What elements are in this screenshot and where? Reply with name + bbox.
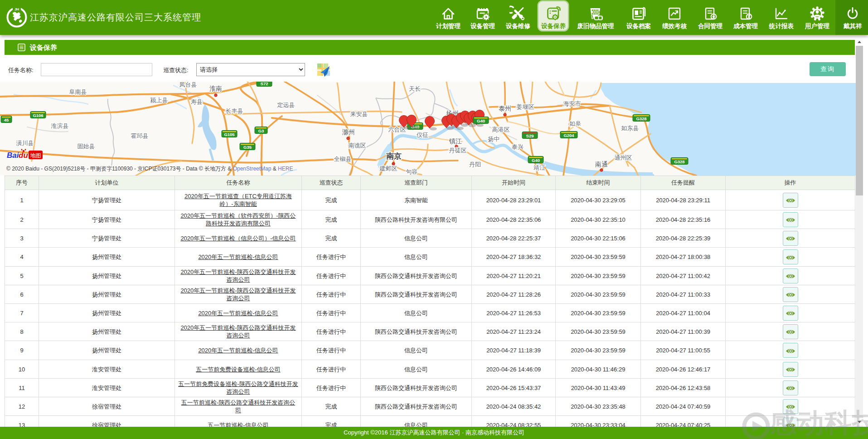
svg-text:固始县: 固始县: [78, 143, 95, 150]
svg-text:泰州: 泰州: [499, 105, 511, 112]
svg-text:G35: G35: [243, 145, 252, 150]
svg-text:镇江: 镇江: [449, 137, 462, 145]
svg-text:如皋: 如皋: [569, 120, 581, 127]
svg-text:淮滨县: 淮滨县: [51, 122, 69, 129]
svg-text:© 2020 Baidu - GS(2019)5218号 -: © 2020 Baidu - GS(2019)5218号 - 甲测资字11009…: [6, 166, 293, 172]
svg-text:丹徒区: 丹徒区: [449, 147, 467, 154]
svg-text:滁州: 滁州: [342, 128, 355, 136]
svg-text:45: 45: [4, 117, 9, 122]
svg-text:通州区: 通州区: [615, 154, 632, 161]
svg-text:G106: G106: [33, 113, 43, 118]
svg-text:S72: S72: [261, 82, 268, 86]
svg-text:如东县: 如东县: [621, 125, 639, 132]
svg-text:来安县: 来安县: [350, 111, 368, 117]
svg-text:Bai: Bai: [7, 151, 19, 160]
svg-text:淮南: 淮南: [209, 85, 222, 92]
svg-text:句容: 句容: [406, 168, 417, 175]
svg-text:潢川县: 潢川县: [16, 140, 34, 146]
svg-text:六合区: 六合区: [388, 126, 406, 133]
svg-text:JH: JH: [15, 7, 19, 11]
svg-text:G105: G105: [224, 132, 235, 137]
svg-text:高港区: 高港区: [492, 126, 510, 133]
svg-text:南通: 南通: [595, 161, 608, 168]
svg-text:建邺区: 建邺区: [379, 165, 398, 172]
svg-text:G328: G328: [636, 116, 646, 121]
svg-text:定远县: 定远县: [277, 102, 295, 108]
svg-text:du: du: [19, 151, 28, 160]
svg-text:全椒县: 全椒县: [334, 156, 352, 162]
svg-text:扬中: 扬中: [488, 136, 499, 142]
svg-text:靖江: 靖江: [533, 164, 545, 171]
svg-text:G328: G328: [674, 159, 684, 164]
svg-text:G40: G40: [532, 158, 540, 163]
svg-text:G40: G40: [477, 118, 485, 123]
svg-text:G204: G204: [563, 133, 574, 138]
svg-text:阜南县: 阜南县: [69, 88, 87, 95]
svg-text:霍邱县: 霍邱县: [131, 132, 149, 139]
svg-text:寿县: 寿县: [191, 98, 203, 105]
svg-text:南谯区: 南谯区: [349, 142, 366, 149]
svg-text:海安市: 海安市: [563, 100, 581, 107]
svg-text:长丰县: 长丰县: [226, 107, 243, 114]
svg-text:姜堰区: 姜堰区: [517, 103, 534, 110]
svg-text:颍上县: 颍上县: [150, 97, 168, 103]
svg-text:地图: 地图: [30, 152, 41, 159]
svg-text:S29: S29: [526, 133, 534, 138]
svg-text:泰兴: 泰兴: [512, 143, 524, 150]
svg-text:丹阳: 丹阳: [469, 161, 481, 168]
svg-text:南京: 南京: [386, 152, 402, 161]
svg-text:天长: 天长: [409, 85, 421, 92]
svg-text:凤台县: 凤台县: [179, 82, 197, 88]
svg-text:G3: G3: [258, 128, 264, 133]
svg-text:仪征: 仪征: [416, 132, 428, 138]
